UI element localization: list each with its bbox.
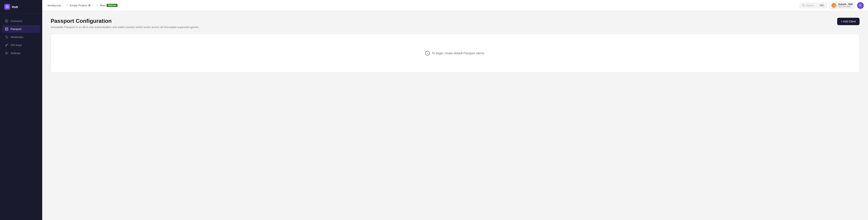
sidebar-item-api-keys[interactable]: API Keys — [2, 41, 40, 49]
breadcrumb: kenleycorp ⌄ / Empty Project 6 ⌄ / Main … — [46, 3, 798, 8]
wallet-avatar — [832, 3, 837, 8]
settings-icon — [5, 51, 8, 55]
contracts-icon — [5, 19, 8, 23]
wallet-info[interactable]: 0x2a24...78f8 315.104 tIMX — [829, 2, 855, 9]
passport-icon — [5, 27, 8, 31]
sidebar-item-label: Contracts — [10, 20, 22, 23]
add-client-button[interactable]: + Add Client — [837, 18, 860, 25]
logo-text: Hub — [12, 5, 18, 9]
project-name: Empty Project — [70, 4, 87, 7]
breadcrumb-page[interactable]: Main Mainnet ⌄ — [99, 3, 122, 8]
sidebar: Hub Contracts Passport — [0, 0, 42, 220]
svg-point-6 — [6, 38, 7, 38]
svg-point-12 — [834, 5, 835, 6]
sidebar-logo[interactable]: Hub — [0, 0, 42, 14]
circle-plus-icon: + — [425, 51, 430, 56]
logo-icon — [4, 4, 10, 10]
org-name: kenleycorp — [48, 4, 61, 7]
search-icon — [802, 4, 805, 7]
wallet-details: 0x2a24...78f8 315.104 tIMX — [838, 3, 852, 8]
breadcrumb-org[interactable]: kenleycorp ⌄ — [46, 3, 65, 8]
sidebar-item-settings[interactable]: Settings — [2, 49, 40, 57]
chevron-down-icon-3: ⌄ — [118, 4, 121, 7]
page-name: Main — [100, 4, 106, 7]
main-wrapper: kenleycorp ⌄ / Empty Project 6 ⌄ / Main … — [42, 0, 868, 220]
mainnet-badge: Mainnet — [106, 4, 118, 7]
svg-marker-11 — [834, 6, 834, 7]
topbar-right: Search... ⌘K 0x2a24...78f8 315.104 tIMX — [800, 2, 864, 9]
breadcrumb-separator-1: / — [66, 4, 67, 7]
wallet-balance: 315.104 tIMX — [838, 5, 852, 8]
user-avatar[interactable]: K — [857, 2, 864, 9]
sidebar-item-passport[interactable]: Passport — [2, 25, 40, 33]
topbar: kenleycorp ⌄ / Empty Project 6 ⌄ / Main … — [42, 0, 868, 11]
sidebar-item-contracts[interactable]: Contracts — [2, 17, 40, 25]
webhooks-icon — [5, 35, 8, 39]
page-header: Passport Configuration Immutable Passpor… — [51, 18, 860, 29]
sidebar-nav: Contracts Passport — [0, 14, 42, 220]
svg-point-4 — [7, 37, 8, 37]
sidebar-item-label: Settings — [10, 52, 21, 55]
breadcrumb-separator-2: / — [96, 4, 97, 7]
page-content: Passport Configuration Immutable Passpor… — [42, 11, 868, 220]
empty-state: + To begin, create default Passport clie… — [425, 51, 485, 56]
project-badge: 6 — [88, 4, 91, 7]
search-placeholder: Search... — [806, 4, 816, 7]
metamask-icon — [832, 3, 836, 8]
empty-state-card: + To begin, create default Passport clie… — [51, 34, 860, 73]
chevron-down-icon: ⌄ — [62, 4, 64, 7]
page-title: Passport Configuration — [51, 18, 199, 24]
user-initial: K — [859, 4, 861, 7]
svg-point-8 — [6, 53, 7, 54]
sidebar-item-label: Webhooks — [10, 35, 24, 39]
sidebar-item-label: Passport — [10, 27, 21, 31]
svg-point-3 — [5, 37, 6, 37]
api-keys-icon — [5, 43, 8, 47]
empty-state-text: To begin, create default Passport client… — [432, 52, 485, 55]
sidebar-item-label: API Keys — [10, 43, 22, 46]
search-box[interactable]: Search... ⌘K — [800, 3, 827, 8]
wallet-address: 0x2a24...78f8 — [838, 3, 852, 5]
search-shortcut: ⌘K — [819, 4, 825, 7]
chevron-down-icon-2: ⌄ — [92, 4, 94, 7]
sidebar-item-webhooks[interactable]: Webhooks — [2, 33, 40, 41]
breadcrumb-project[interactable]: Empty Project 6 ⌄ — [69, 3, 95, 8]
page-title-group: Passport Configuration Immutable Passpor… — [51, 18, 199, 29]
svg-point-5 — [6, 36, 7, 36]
page-subtitle: Immutable Passport is an all-in-one auth… — [51, 26, 199, 29]
